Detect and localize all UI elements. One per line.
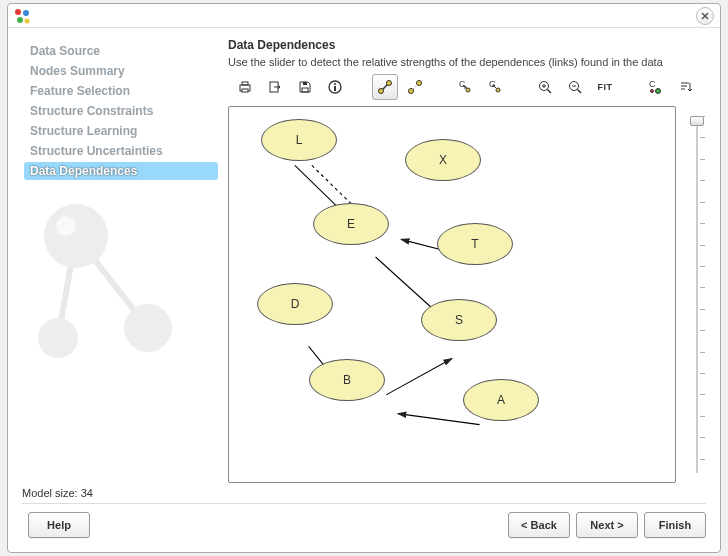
svg-point-28 (496, 88, 500, 92)
svg-line-24 (413, 85, 417, 89)
graph-canvas[interactable]: L X E T D S B A (228, 106, 676, 483)
zoom-out-button[interactable] (562, 74, 588, 100)
node-label: D (291, 297, 300, 311)
toolbar: C C FIT C (228, 74, 710, 100)
print-button[interactable] (232, 74, 258, 100)
node-label: X (439, 153, 447, 167)
sort-icon (677, 79, 693, 95)
graph-node-s[interactable]: S (421, 299, 497, 341)
svg-point-3 (25, 18, 30, 23)
svg-point-26 (466, 88, 470, 92)
graph-node-l[interactable]: L (261, 119, 337, 161)
svg-point-23 (417, 81, 422, 86)
svg-point-1 (23, 10, 29, 16)
sidebar-item-nodes-summary[interactable]: Nodes Summary (24, 62, 218, 80)
svg-point-19 (379, 89, 384, 94)
titlebar (8, 4, 720, 28)
node-label: L (296, 133, 303, 147)
svg-line-21 (383, 85, 387, 89)
svg-line-4 (76, 236, 148, 328)
page-title: Data Dependences (228, 38, 710, 52)
svg-point-38 (656, 89, 661, 94)
sidebar-item-label: Data Source (30, 44, 100, 58)
weak-link-button[interactable] (402, 74, 428, 100)
info-button[interactable] (322, 74, 348, 100)
strength-slider[interactable] (684, 106, 710, 483)
slider-track (696, 116, 698, 473)
svg-point-7 (56, 216, 76, 236)
sidebar-item-label: Nodes Summary (30, 64, 125, 78)
node-label: A (497, 393, 505, 407)
node-label: E (347, 217, 355, 231)
close-icon (701, 12, 709, 20)
connect-in-button[interactable]: C (482, 74, 508, 100)
graph-node-a[interactable]: A (463, 379, 539, 421)
sidebar-item-structure-uncertainties[interactable]: Structure Uncertainties (24, 142, 218, 160)
svg-point-2 (17, 17, 23, 23)
svg-point-8 (124, 304, 172, 352)
sidebar-item-label: Feature Selection (30, 84, 130, 98)
zoom-in-icon (537, 79, 553, 95)
sidebar-item-label: Structure Constraints (30, 104, 153, 118)
svg-line-47 (386, 358, 452, 394)
svg-rect-11 (242, 82, 248, 85)
strong-link-icon (377, 79, 393, 95)
svg-line-5 (58, 236, 76, 338)
node-label: T (471, 237, 478, 251)
help-button[interactable]: Help (28, 512, 90, 538)
svg-rect-18 (334, 86, 336, 91)
zoom-out-icon (567, 79, 583, 95)
svg-rect-14 (302, 88, 308, 92)
app-icon (14, 8, 30, 24)
finish-button[interactable]: Finish (644, 512, 706, 538)
svg-point-37 (651, 90, 654, 93)
weak-link-icon (407, 79, 423, 95)
svg-point-0 (15, 9, 21, 15)
next-button[interactable]: Next > (576, 512, 638, 538)
back-button[interactable]: < Back (508, 512, 570, 538)
svg-line-34 (578, 90, 582, 94)
graph-node-b[interactable]: B (309, 359, 385, 401)
footer-separator (22, 503, 706, 504)
svg-point-20 (387, 81, 392, 86)
graph-node-d[interactable]: D (257, 283, 333, 325)
export-icon (267, 79, 283, 95)
sidebar-item-structure-learning[interactable]: Structure Learning (24, 122, 218, 140)
graph-node-x[interactable]: X (405, 139, 481, 181)
connect-out-button[interactable]: C (452, 74, 478, 100)
svg-point-22 (409, 89, 414, 94)
sidebar-item-data-source[interactable]: Data Source (24, 42, 218, 60)
model-size-label: Model size: 34 (22, 487, 706, 499)
svg-point-17 (334, 83, 336, 85)
zoom-in-button[interactable] (532, 74, 558, 100)
fit-label: FIT (598, 82, 613, 92)
scale-hierarchy-button[interactable]: C (642, 74, 668, 100)
strong-link-button[interactable] (372, 74, 398, 100)
sort-button[interactable] (672, 74, 698, 100)
svg-rect-15 (303, 82, 307, 85)
sidebar-item-data-dependences[interactable]: Data Dependences (24, 162, 218, 180)
slider-thumb[interactable] (690, 116, 704, 126)
sidebar-item-structure-constraints[interactable]: Structure Constraints (24, 102, 218, 120)
info-icon (327, 79, 343, 95)
print-icon (237, 79, 253, 95)
page-subtitle: Use the slider to detect the relative st… (228, 56, 710, 68)
svg-text:C: C (649, 79, 656, 89)
graph-node-e[interactable]: E (313, 203, 389, 245)
connect-outgoing-icon: C (457, 79, 473, 95)
fit-button[interactable]: FIT (592, 74, 618, 100)
sidebar-item-label: Structure Learning (30, 124, 137, 138)
close-button[interactable] (696, 7, 714, 25)
svg-rect-12 (242, 89, 248, 92)
export-button[interactable] (262, 74, 288, 100)
svg-point-9 (38, 318, 78, 358)
scale-hierarchy-icon: C (647, 79, 663, 95)
sidebar: Data Source Nodes Summary Feature Select… (8, 28, 218, 483)
svg-point-6 (44, 204, 108, 268)
graph-node-t[interactable]: T (437, 223, 513, 265)
sidebar-background-graphic (28, 198, 208, 368)
sidebar-item-feature-selection[interactable]: Feature Selection (24, 82, 218, 100)
connect-incoming-icon: C (487, 79, 503, 95)
save-button[interactable] (292, 74, 318, 100)
node-label: S (455, 313, 463, 327)
